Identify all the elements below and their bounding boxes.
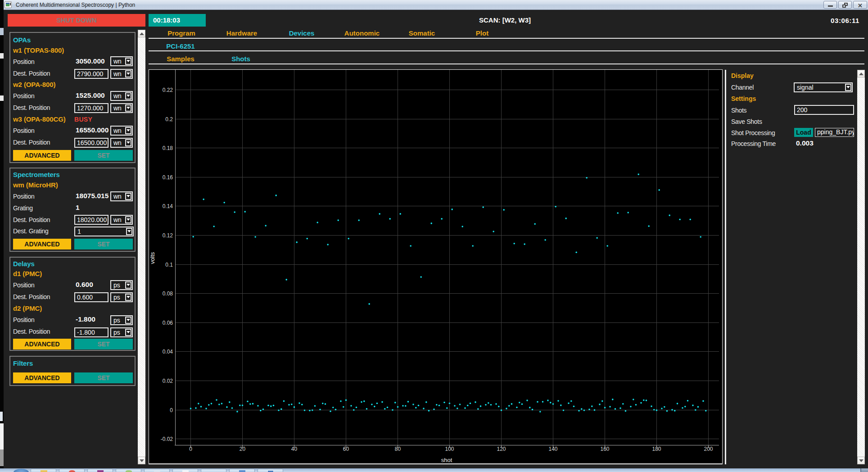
- svg-text:20: 20: [240, 446, 246, 452]
- svg-text:0.1: 0.1: [165, 262, 173, 268]
- svg-text:0: 0: [189, 446, 192, 452]
- svg-text:0.06: 0.06: [163, 320, 173, 326]
- svg-text:shot: shot: [441, 457, 452, 463]
- svg-text:0.16: 0.16: [163, 174, 173, 181]
- svg-text:0.18: 0.18: [163, 145, 173, 151]
- svg-text:180: 180: [652, 446, 661, 452]
- svg-text:0.12: 0.12: [163, 232, 173, 239]
- svg-text:-0.02: -0.02: [161, 436, 173, 442]
- svg-text:100: 100: [445, 446, 454, 452]
- svg-text:0: 0: [170, 407, 173, 413]
- svg-text:0.14: 0.14: [163, 203, 173, 209]
- svg-text:80: 80: [395, 446, 401, 452]
- svg-text:0.22: 0.22: [163, 87, 173, 93]
- svg-text:140: 140: [548, 446, 557, 452]
- svg-text:60: 60: [343, 446, 349, 452]
- svg-text:0.02: 0.02: [163, 378, 173, 384]
- svg-text:200: 200: [704, 446, 713, 452]
- svg-text:40: 40: [291, 446, 298, 452]
- svg-text:0.08: 0.08: [163, 290, 173, 297]
- svg-text:volts: volts: [149, 252, 156, 264]
- svg-text:0.04: 0.04: [163, 349, 173, 355]
- svg-text:0.2: 0.2: [165, 116, 173, 123]
- svg-text:160: 160: [600, 446, 609, 452]
- svg-text:120: 120: [497, 446, 506, 452]
